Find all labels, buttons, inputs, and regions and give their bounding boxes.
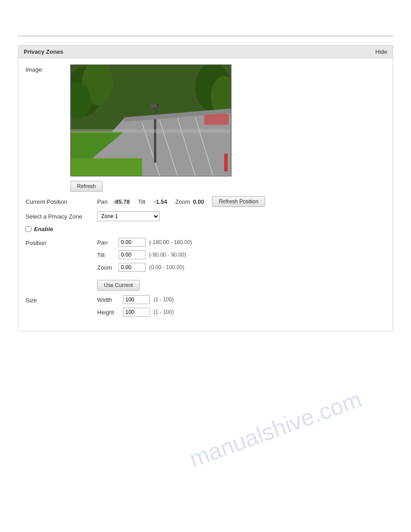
panel-body: Image: <box>18 58 393 331</box>
image-row: Image: <box>26 64 385 176</box>
position-pan-row: Pan (-180.00 - 180.00) <box>97 238 192 247</box>
position-pan-label: Pan <box>97 239 115 246</box>
size-width-row: Width (1 - 100) <box>97 295 174 304</box>
tilt-label: Tilt <box>138 198 151 205</box>
hide-button[interactable]: Hide <box>375 48 387 55</box>
enable-row: Enable <box>26 226 385 232</box>
zoom-value: 0.00 <box>193 198 204 205</box>
current-position-content: Pan -85.78 Tilt -1.54 Zoom 0.00 Refresh … <box>97 196 265 207</box>
position-pan-range: (-180.00 - 180.00) <box>149 239 192 245</box>
size-width-input[interactable] <box>123 295 150 304</box>
select-zone-content: Zone 1 Zone 2 Zone 3 Zone 4 <box>97 211 160 221</box>
svg-rect-16 <box>71 129 231 133</box>
refresh-position-button[interactable]: Refresh Position <box>212 196 265 207</box>
size-height-label: Height <box>97 309 120 316</box>
position-zoom-range: (0.00 - 100.00) <box>149 264 184 270</box>
position-zoom-input[interactable] <box>119 263 146 272</box>
select-zone-row: Select a Privacy Zone Zone 1 Zone 2 Zone… <box>26 211 385 221</box>
panel-title: Privacy Zones <box>24 48 63 55</box>
select-zone-label: Select a Privacy Zone <box>26 213 97 220</box>
size-height-row: Height (1 - 100) <box>97 308 174 317</box>
position-fields: Pan (-180.00 - 180.00) Tilt (-90.00 - 90… <box>97 238 192 275</box>
position-tilt-label: Tilt <box>97 252 115 258</box>
size-height-range: (1 - 100) <box>154 309 174 315</box>
refresh-button[interactable]: Refresh <box>70 181 103 192</box>
svg-rect-17 <box>224 154 228 172</box>
zoom-label: Zoom <box>176 198 190 205</box>
privacy-zones-panel: Privacy Zones Hide Image: <box>18 45 393 331</box>
enable-label: Enable <box>34 226 53 232</box>
use-current-button[interactable]: Use Current <box>97 280 140 291</box>
current-position-row: Current Position Pan -85.78 Tilt -1.54 Z… <box>26 196 385 207</box>
size-row: Size Width (1 - 100) Height (1 - 100) <box>26 295 385 320</box>
position-row: Position Pan (-180.00 - 180.00) Tilt (-9… <box>26 238 385 275</box>
size-fields: Width (1 - 100) Height (1 - 100) <box>97 295 174 320</box>
position-tilt-range: (-90.00 - 90.00) <box>149 252 186 258</box>
size-width-range: (1 - 100) <box>154 296 174 303</box>
size-width-label: Width <box>97 296 120 303</box>
top-divider <box>18 36 393 36</box>
svg-point-14 <box>150 104 158 107</box>
svg-rect-12 <box>154 105 156 163</box>
image-label: Image: <box>26 64 70 73</box>
current-position-label: Current Position <box>26 198 97 205</box>
enable-checkbox[interactable] <box>26 226 31 232</box>
panel-header: Privacy Zones Hide <box>18 46 393 58</box>
position-zoom-label: Zoom <box>97 264 115 271</box>
zone-select[interactable]: Zone 1 Zone 2 Zone 3 Zone 4 <box>97 211 160 221</box>
pan-value: -85.78 <box>113 198 130 205</box>
svg-rect-15 <box>204 114 229 125</box>
camera-image <box>70 64 231 176</box>
pan-group: Pan -85.78 <box>97 198 130 205</box>
svg-rect-18 <box>71 158 142 176</box>
position-pan-input[interactable] <box>119 238 146 247</box>
size-height-input[interactable] <box>123 308 150 317</box>
tilt-value: -1.54 <box>154 198 167 205</box>
tilt-group: Tilt -1.54 <box>138 198 167 205</box>
position-zoom-row: Zoom (0.00 - 100.00) <box>97 263 192 272</box>
position-tilt-input[interactable] <box>119 250 146 259</box>
refresh-button-row: Refresh <box>70 181 385 192</box>
size-label: Size <box>26 295 97 304</box>
camera-scene-svg <box>71 65 231 176</box>
position-tilt-row: Tilt (-90.00 - 90.00) <box>97 250 192 259</box>
use-current-row: Use Current <box>26 280 385 291</box>
position-label: Position <box>26 238 97 246</box>
pan-label: Pan <box>97 198 111 205</box>
zoom-group: Zoom 0.00 <box>176 198 205 205</box>
